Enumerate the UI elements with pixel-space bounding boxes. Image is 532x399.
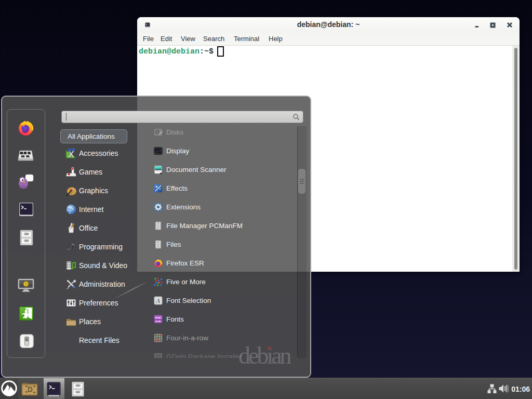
svg-text:o: o <box>160 315 162 319</box>
svg-text:o: o <box>160 319 162 323</box>
svg-text:A: A <box>155 297 160 304</box>
svg-text:o: o <box>157 319 158 323</box>
svg-text:o: o <box>157 315 158 319</box>
svg-text:?: ? <box>25 283 27 286</box>
